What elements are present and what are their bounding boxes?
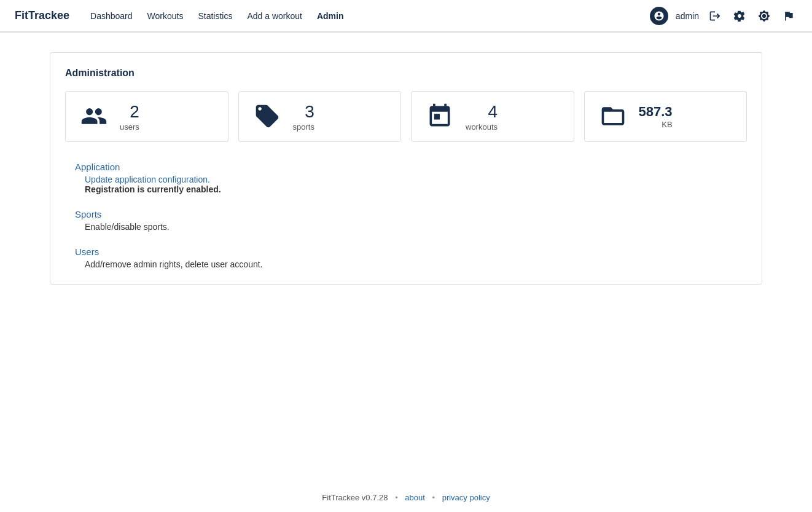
nav-dashboard[interactable]: Dashboard bbox=[84, 7, 139, 25]
users-desc: Add/remove admin rights, delete user acc… bbox=[75, 259, 737, 269]
users-icon bbox=[80, 103, 107, 130]
user-avatar bbox=[650, 7, 668, 25]
tag-svg bbox=[254, 103, 281, 130]
theme-button[interactable] bbox=[755, 7, 773, 25]
registration-status: Registration is currently enabled. bbox=[85, 184, 221, 194]
stat-sports-label: sports bbox=[293, 122, 314, 132]
navbar: FitTrackee Dashboard Workouts Statistics… bbox=[0, 0, 812, 32]
footer-privacy-link[interactable]: privacy policy bbox=[442, 493, 490, 502]
logout-icon bbox=[709, 10, 721, 22]
stat-users-count: 2 bbox=[130, 101, 139, 122]
main-content: Administration 2 users bbox=[0, 33, 812, 483]
stat-workouts-count: 4 bbox=[488, 101, 498, 122]
user-circle-icon bbox=[654, 10, 665, 22]
flag-icon bbox=[783, 10, 795, 22]
update-config-link[interactable]: Update application configuration. bbox=[85, 175, 210, 184]
application-link[interactable]: Application bbox=[75, 162, 737, 172]
calendar-svg bbox=[426, 103, 453, 130]
footer-version: v0.7.28 bbox=[362, 493, 388, 502]
nav-add-workout[interactable]: Add a workout bbox=[241, 7, 308, 25]
storage-icon bbox=[599, 103, 627, 130]
logout-button[interactable] bbox=[706, 7, 724, 25]
stat-workouts-values: 4 workouts bbox=[466, 101, 498, 132]
nav-links: Dashboard Workouts Statistics Add a work… bbox=[84, 7, 635, 25]
admin-username: admin bbox=[676, 11, 699, 21]
stat-sports-count: 3 bbox=[305, 101, 314, 122]
admin-card: Administration 2 users bbox=[50, 52, 762, 285]
settings-icon bbox=[733, 10, 746, 22]
stat-storage-label: KB bbox=[662, 120, 672, 129]
theme-icon bbox=[758, 10, 770, 22]
footer-dot-2: • bbox=[432, 493, 435, 502]
stat-workouts-label: workouts bbox=[466, 122, 498, 132]
footer: FitTrackee v0.7.28 • about • privacy pol… bbox=[0, 483, 812, 512]
navbar-right: admin bbox=[650, 7, 797, 25]
stat-boxes: 2 users 3 sports bbox=[65, 91, 747, 142]
sports-link[interactable]: Sports bbox=[75, 209, 737, 219]
stat-storage-count: 587.3 bbox=[639, 104, 673, 120]
admin-section-application: Application Update application configura… bbox=[75, 162, 737, 194]
nav-workouts[interactable]: Workouts bbox=[141, 7, 190, 25]
folder-svg bbox=[599, 103, 627, 130]
users-svg bbox=[80, 103, 107, 130]
brand-logo[interactable]: FitTrackee bbox=[15, 9, 69, 22]
workouts-icon bbox=[426, 103, 453, 130]
nav-admin[interactable]: Admin bbox=[311, 7, 350, 25]
nav-statistics[interactable]: Statistics bbox=[192, 7, 238, 25]
admin-section-users: Users Add/remove admin rights, delete us… bbox=[75, 246, 737, 269]
footer-about-link[interactable]: about bbox=[405, 493, 425, 502]
admin-title: Administration bbox=[65, 68, 747, 79]
stat-users-label: users bbox=[120, 122, 139, 132]
application-desc: Update application configuration. Regist… bbox=[75, 175, 737, 194]
flag-button[interactable] bbox=[780, 7, 797, 25]
stat-box-users: 2 users bbox=[65, 91, 228, 142]
footer-brand: FitTrackee bbox=[322, 493, 359, 502]
sports-icon bbox=[254, 103, 281, 130]
stat-box-storage: 587.3 KB bbox=[584, 91, 748, 142]
admin-section-sports: Sports Enable/disable sports. bbox=[75, 209, 737, 232]
admin-sections: Application Update application configura… bbox=[65, 162, 747, 269]
users-link[interactable]: Users bbox=[75, 246, 737, 257]
footer-dot-1: • bbox=[395, 493, 398, 502]
stat-storage-values: 587.3 KB bbox=[639, 104, 673, 129]
sports-desc: Enable/disable sports. bbox=[75, 222, 737, 232]
stat-box-sports: 3 sports bbox=[238, 91, 402, 142]
settings-button[interactable] bbox=[731, 7, 748, 25]
stat-sports-values: 3 sports bbox=[293, 101, 314, 132]
stat-users-values: 2 users bbox=[120, 101, 139, 132]
stat-box-workouts: 4 workouts bbox=[411, 91, 574, 142]
